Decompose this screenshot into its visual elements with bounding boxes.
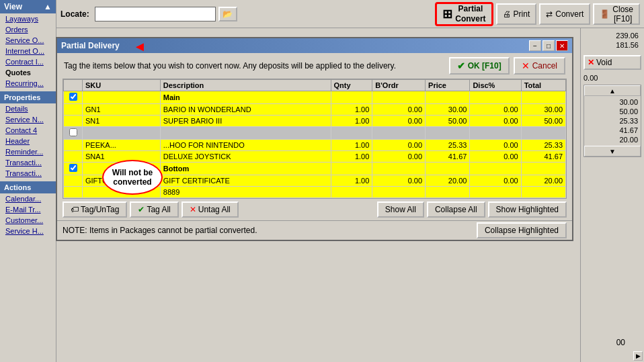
cancel-label: Cancel — [532, 61, 557, 71]
sidebar-item-quotes[interactable]: Quotes — [0, 67, 56, 78]
section-unchecked-checkbox[interactable] — [69, 128, 77, 136]
sidebar-view-header[interactable]: View ▲ — [0, 0, 56, 13]
sidebar-item-contact4[interactable]: Contact 4 — [0, 125, 56, 136]
price-item-2: 50.00 — [587, 107, 638, 116]
untag-all-icon: ✕ — [190, 205, 196, 214]
cancel-icon: ✕ — [522, 60, 530, 71]
collapse-all-button[interactable]: Collapse All — [427, 201, 485, 218]
print-button[interactable]: 🖨 Print — [496, 3, 537, 25]
sidebar-item-service-n[interactable]: Service N... — [0, 114, 56, 125]
collapse-highlighted-button[interactable]: Collapse Highlighted — [477, 222, 567, 238]
sidebar-item-internet-o[interactable]: Internet O... — [0, 46, 56, 56]
section-main-disc — [470, 91, 521, 104]
section-bottom-checkbox-cell[interactable] — [64, 163, 83, 175]
sidebar-item-header[interactable]: Header — [0, 136, 56, 146]
col-checkbox — [64, 80, 83, 91]
tag-untag-button[interactable]: 🏷 Tag/UnTag — [63, 201, 127, 218]
partial-convert-button[interactable]: ⊞ PartialConvert — [435, 2, 493, 26]
right-zero-val: 0.00 — [583, 74, 598, 82]
row-8889-qnty — [331, 187, 372, 198]
sidebar-item-details[interactable]: Details — [0, 103, 56, 114]
row-8889-bordr — [372, 187, 426, 198]
sidebar-item-transacti1[interactable]: Transacti... — [0, 157, 56, 168]
sidebar-item-reminder[interactable]: Reminder... — [0, 146, 56, 157]
dialog-close-button[interactable]: ✕ — [556, 40, 568, 51]
untag-all-label: Untag All — [198, 205, 231, 214]
section-bottom-price — [426, 163, 470, 175]
dialog-cancel-button[interactable]: ✕ Cancel — [514, 57, 565, 75]
tag-all-icon: ✔ — [138, 205, 145, 214]
section-unchecked-row — [64, 127, 566, 140]
void-button[interactable]: ✕ Void — [583, 55, 641, 70]
section-main-bordr — [372, 91, 426, 104]
dialog-minimize-button[interactable]: − — [529, 40, 541, 51]
section-unchecked-price — [426, 127, 470, 140]
row-sna1-total: 41.67 — [521, 151, 565, 163]
section-bottom-total — [521, 163, 565, 175]
sidebar-item-service-o[interactable]: Service O... — [0, 35, 56, 46]
row-peeka-qnty: 1.00 — [331, 140, 372, 151]
right-scroll-container: ▲ 30.00 50.00 25.33 41.67 20.00 ▼ — [583, 85, 641, 157]
right-last-val: 00 — [581, 336, 631, 349]
section-unchecked-qnty — [331, 127, 372, 140]
will-not-be-converted-bubble: Will not be converted — [102, 160, 163, 195]
dialog-ok-button[interactable]: ✔ OK [F10] — [449, 57, 510, 75]
locate-input[interactable] — [95, 7, 216, 21]
row-peeka-check — [64, 140, 83, 151]
row-gift-price: 20.00 — [426, 175, 470, 187]
sidebar-item-calendar[interactable]: Calendar... — [0, 193, 56, 204]
sidebar-item-customer[interactable]: Customer... — [0, 215, 56, 226]
bottom-buttons-row: 🏷 Tag/UnTag ✔ Tag All ✕ Untag All Show A… — [57, 199, 572, 220]
row-gn1-bordr: 0.00 — [372, 104, 426, 116]
partial-delivery-dialog: Partial Delivery − □ ✕ Tag the items bel… — [56, 37, 573, 241]
section-unchecked-checkbox-cell[interactable] — [64, 127, 83, 140]
sidebar-item-service-h[interactable]: Service H... — [0, 226, 56, 236]
row-gn1-desc: BARIO IN WONDERLAND — [160, 104, 331, 116]
show-highlighted-button[interactable]: Show Highlighted — [488, 201, 567, 218]
sidebar-item-email-tr[interactable]: E-Mail Tr... — [0, 204, 56, 215]
void-label: Void — [596, 58, 612, 67]
show-all-button[interactable]: Show All — [377, 201, 424, 218]
section-main-checkbox-cell[interactable] — [64, 91, 83, 104]
sidebar-item-recurring[interactable]: Recurring... — [0, 78, 56, 89]
sidebar-item-contract-i[interactable]: Contract I... — [0, 56, 56, 67]
right-scroll-down-button[interactable]: ▼ — [584, 146, 641, 156]
sidebar-item-layaways[interactable]: Layaways — [0, 13, 56, 24]
locate-search-button[interactable]: 📂 — [218, 7, 237, 21]
row-gn1-sku: GN1 — [83, 104, 161, 116]
convert-button[interactable]: ⇄ Convert — [539, 3, 590, 25]
sidebar-item-transacti2[interactable]: Transacti... — [0, 168, 56, 179]
note-text: NOTE: Items in Packages cannot be partia… — [63, 226, 257, 235]
row-gift-desc: GIFT CERTIFICATE — [160, 175, 331, 187]
sidebar-item-orders[interactable]: Orders — [0, 24, 56, 35]
red-arrow-indicator: ◄ — [133, 39, 147, 54]
print-label: Print — [514, 9, 530, 19]
section-bottom-checkbox[interactable] — [69, 164, 77, 172]
right-bottom-arrow[interactable]: ▶ — [633, 351, 643, 361]
dialog-maximize-button[interactable]: □ — [542, 40, 555, 51]
row-sn1-sku: SN1 — [83, 116, 161, 127]
row-peeka-sku: PEEKA... — [83, 140, 161, 151]
col-sku: SKU — [83, 80, 161, 91]
row-gift-check — [64, 175, 83, 187]
right-price-list: 30.00 50.00 25.33 41.67 20.00 — [584, 96, 641, 146]
right-zero-row: 0.00 — [581, 73, 644, 83]
sidebar-properties-header: Properties — [0, 91, 56, 103]
section-main-checkbox[interactable] — [69, 93, 77, 101]
untag-all-button[interactable]: ✕ Untag All — [182, 201, 239, 218]
section-main-row: Main — [64, 91, 566, 104]
partial-convert-label: PartialConvert — [455, 4, 485, 24]
sidebar-actions-header: Actions — [0, 181, 56, 193]
tag-all-button[interactable]: ✔ Tag All — [130, 201, 178, 218]
row-sna1-desc: DELUXE JOYSTICK — [160, 151, 331, 163]
close-button[interactable]: 🚪 Close[F10] — [593, 3, 640, 25]
section-bottom-qnty — [331, 163, 372, 175]
right-scroll-up-button[interactable]: ▲ — [584, 85, 641, 96]
print-icon: 🖨 — [503, 9, 511, 19]
tag-all-label: Tag All — [147, 205, 170, 214]
right-arrow-button[interactable]: ▶ — [633, 351, 643, 361]
row-gift-bordr: 0.00 — [372, 175, 426, 187]
row-gn1-price: 30.00 — [426, 104, 470, 116]
col-qnty: Qnty — [331, 80, 372, 91]
sidebar-view-icon: ▲ — [44, 2, 52, 11]
